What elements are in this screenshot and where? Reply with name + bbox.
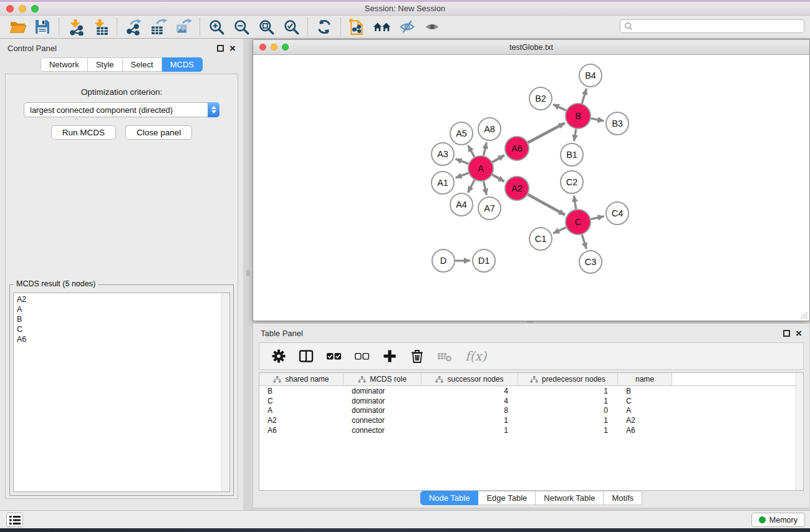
network-window-titlebar[interactable]: testGlobe.txt [253,40,809,55]
node-B1[interactable]: B1 [561,143,583,166]
column-header-shared-name[interactable]: shared name [259,373,344,385]
edge-A-A2[interactable] [492,175,504,181]
edge-C-C1[interactable] [553,228,566,233]
cell-successor-nodes[interactable]: 4 [422,397,518,405]
network-canvas[interactable]: ABCA6A2A5A8A3A1A4A7B2B4B3B1C2C4C1C3DD1 [254,55,809,320]
node-C1[interactable]: C1 [529,228,552,250]
edge-A-A1[interactable] [456,173,469,178]
cell-MCDS-role[interactable]: connector [344,426,422,435]
table-row[interactable]: Adominator80A [259,406,803,416]
zoom-fit-button[interactable] [254,17,279,37]
edge-B-B1[interactable] [574,129,576,142]
node-A[interactable]: A [468,156,493,181]
cell-successor-nodes[interactable]: 1 [422,426,518,435]
node-C2[interactable]: C2 [561,171,583,193]
tab-edge-table[interactable]: Edge Table [478,491,536,505]
edge-C-C3[interactable] [582,235,586,249]
unselect-all-columns-button[interactable] [354,349,370,364]
edge-A2-C[interactable] [528,195,566,215]
edge-B-B4[interactable] [582,89,586,104]
node-A5[interactable]: A5 [450,122,473,145]
cell-shared-name[interactable]: B [259,387,344,395]
column-header-successor-nodes[interactable]: successor nodes [422,373,518,385]
cell-successor-nodes[interactable]: 1 [422,416,518,425]
cell-name[interactable]: A [618,406,672,415]
tab-network[interactable]: Network [41,57,88,72]
export-image-button[interactable] [171,17,196,37]
zoom-out-button[interactable] [229,17,254,37]
node-B3[interactable]: B3 [606,112,629,135]
cell-name[interactable]: C [618,397,672,405]
zoom-selected-button[interactable] [279,17,304,37]
node-A3[interactable]: A3 [432,143,454,165]
node-C[interactable]: C [566,210,591,235]
column-header-name[interactable]: name [618,373,672,385]
edge-A-A4[interactable] [468,180,475,193]
edge-B-B3[interactable] [591,118,604,121]
close-panel-button[interactable]: Close panel [125,125,192,140]
delete-table-button-disabled[interactable] [437,349,453,364]
home-pair-button[interactable] [370,17,395,37]
import-network-button[interactable] [63,17,88,37]
column-header-predecessor-nodes[interactable]: predecessor nodes [518,373,618,385]
cell-predecessor-nodes[interactable]: 1 [518,387,618,395]
node-B[interactable]: B [566,104,591,128]
cell-shared-name[interactable]: A [259,406,344,415]
show-eye-button[interactable] [420,17,445,37]
cell-name[interactable]: A2 [618,416,672,425]
cell-shared-name[interactable]: A2 [259,416,344,425]
select-all-columns-button[interactable] [326,349,342,364]
column-header-MCDS-role[interactable]: MCDS role [344,373,422,385]
tab-mcds[interactable]: MCDS [162,57,203,72]
network-document-button[interactable] [345,17,370,37]
cell-MCDS-role[interactable]: connector [344,416,422,425]
result-item[interactable]: A [14,304,221,314]
node-table[interactable]: shared nameMCDS rolesuccessor nodesprede… [259,372,804,491]
node-A6[interactable]: A6 [505,137,529,160]
save-session-button[interactable] [30,17,55,37]
cell-name[interactable]: B [618,387,672,395]
delete-column-button[interactable] [410,349,425,364]
close-panel-icon[interactable]: × [229,45,236,52]
close-table-panel-icon[interactable]: × [796,330,802,337]
table-scrollbar[interactable] [796,373,803,490]
node-B4[interactable]: B4 [579,64,602,87]
memory-button[interactable]: Memory [751,513,805,527]
node-C3[interactable]: C3 [579,251,602,273]
result-item[interactable]: B [14,314,221,324]
tab-style[interactable]: Style [88,57,123,72]
function-builder-button-disabled[interactable]: f(x) [465,349,486,364]
vertical-split-handle[interactable] [246,270,250,276]
run-mcds-button[interactable]: Run MCDS [51,125,116,140]
tab-motifs[interactable]: Motifs [604,491,642,505]
import-table-button[interactable] [88,17,113,37]
cell-MCDS-role[interactable]: dominator [344,387,422,395]
cell-predecessor-nodes[interactable]: 1 [518,426,618,435]
optimization-criterion-select[interactable]: largest connected component (directed) [24,102,219,117]
table-row[interactable]: A6connector11A6 [259,425,803,435]
cell-predecessor-nodes[interactable]: 1 [518,416,618,425]
float-panel-icon[interactable] [217,45,224,52]
task-history-button[interactable] [6,513,23,527]
table-row[interactable]: A2connector11A2 [259,415,803,425]
show-column-panel-button[interactable] [299,349,314,364]
node-A8[interactable]: A8 [478,118,501,140]
result-item[interactable]: C [14,324,221,334]
result-list-scrollbar[interactable] [221,293,229,491]
edge-C-C2[interactable] [574,196,576,210]
zoom-in-button[interactable] [204,17,229,37]
cell-shared-name[interactable]: C [259,397,344,405]
edge-A-A6[interactable] [492,155,504,162]
table-settings-button[interactable] [271,349,286,364]
cell-MCDS-role[interactable]: dominator [344,406,422,415]
node-A7[interactable]: A7 [478,197,501,220]
node-A2[interactable]: A2 [505,177,529,200]
search-field[interactable] [620,19,804,33]
tab-node-table[interactable]: Node Table [420,491,479,505]
cell-name[interactable]: A6 [618,426,672,435]
edge-A-A8[interactable] [484,143,487,156]
mcds-result-list[interactable]: A2ABCA6 [13,293,230,492]
cell-successor-nodes[interactable]: 8 [422,406,518,415]
node-C4[interactable]: C4 [606,202,629,225]
node-A1[interactable]: A1 [432,172,454,194]
